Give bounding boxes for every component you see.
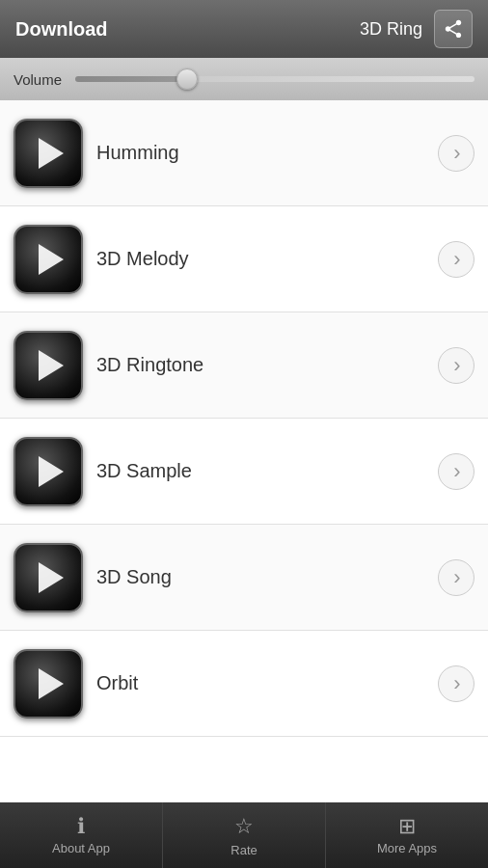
play-icon [39,562,64,593]
bottom-nav: ℹ About App ☆ Rate ⊞ More Apps [0,802,488,868]
song-list: Humming 3D Melody 3D Ringtone 3D Sample [0,100,488,737]
volume-label: Volume [14,71,64,88]
song-name: 3D Sample [96,460,424,482]
volume-bar: Volume [0,58,488,100]
play-button[interactable] [14,543,83,612]
nav-about[interactable]: ℹ About App [0,802,163,868]
chevron-button[interactable] [438,559,474,596]
play-icon [39,668,64,699]
header-download-title: Download [15,18,108,41]
volume-slider[interactable] [75,76,474,82]
chevron-button[interactable] [438,135,474,172]
play-icon [39,244,64,275]
song-name: Orbit [96,672,424,694]
play-icon [39,138,64,169]
song-item[interactable]: 3D Song [0,525,488,631]
info-icon: ℹ [77,816,85,837]
nav-about-label: About App [52,841,110,855]
header-right-section: 3D Ring [360,10,473,48]
song-name: 3D Ringtone [96,354,424,376]
play-button[interactable] [14,437,83,506]
nav-rate-label: Rate [230,843,257,857]
header-app-title: 3D Ring [360,19,422,40]
header: Download 3D Ring [0,0,488,58]
star-icon: ☆ [234,814,254,839]
song-name: 3D Song [96,566,424,588]
song-item[interactable]: 3D Ringtone [0,312,488,419]
chevron-button[interactable] [438,347,474,384]
chevron-button[interactable] [438,453,474,490]
play-button[interactable] [14,649,83,719]
nav-more-apps[interactable]: ⊞ More Apps [326,802,488,868]
song-item[interactable]: 3D Melody [0,206,488,312]
play-button[interactable] [14,119,83,188]
chevron-button[interactable] [438,241,474,278]
play-button[interactable] [14,331,83,400]
share-icon [443,18,464,40]
nav-rate[interactable]: ☆ Rate [163,802,326,868]
volume-thumb[interactable] [176,68,198,90]
song-item[interactable]: Orbit [0,631,488,737]
share-button[interactable] [434,10,473,48]
song-item[interactable]: Humming [0,100,488,206]
play-icon [39,456,64,487]
play-button[interactable] [14,225,83,294]
grid-icon: ⊞ [398,816,416,837]
play-icon [39,350,64,381]
chevron-button[interactable] [438,665,474,702]
song-name: Humming [96,142,424,164]
song-name: 3D Melody [96,248,424,270]
song-item[interactable]: 3D Sample [0,419,488,525]
nav-more-label: More Apps [377,841,437,855]
